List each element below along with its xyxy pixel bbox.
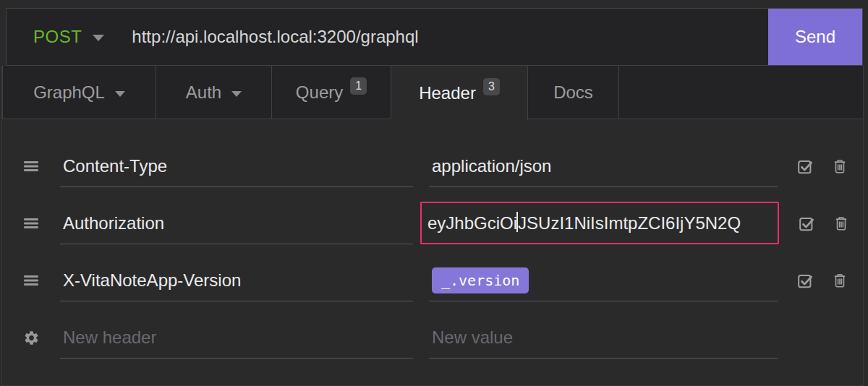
trash-icon[interactable] — [831, 260, 848, 301]
method-label: POST — [33, 27, 82, 47]
drag-handle-icon[interactable] — [22, 260, 40, 301]
tab-count-badge: 1 — [350, 77, 367, 95]
chevron-down-icon — [93, 35, 104, 41]
table-row: Content-Type application/json — [2, 130, 863, 187]
table-row: X-VitaNoteApp-Version _.version — [2, 244, 863, 301]
table-row: Authorization eyJhbGciOiJSUzI1NiIsImtpZC… — [2, 187, 863, 244]
template-variable-badge: _.version — [432, 267, 529, 293]
trash-icon[interactable] — [831, 145, 848, 187]
new-header-value-input[interactable]: New value — [429, 317, 778, 359]
value-text-before-caret: eyJhbGciOi — [427, 213, 517, 233]
header-rows: Content-Type application/json — [2, 119, 863, 359]
method-dropdown[interactable]: POST — [7, 27, 104, 47]
tab-label: Query — [296, 82, 343, 103]
tab-graphql[interactable]: GraphQL — [2, 66, 156, 119]
trash-icon[interactable] — [833, 202, 850, 244]
send-button[interactable]: Send — [768, 9, 862, 65]
tab-label: Auth — [186, 82, 221, 103]
chevron-down-icon — [115, 91, 125, 97]
tab-label: Header — [419, 83, 476, 103]
new-header-key-input[interactable]: New header — [60, 317, 413, 359]
tab-header[interactable]: Header 3 — [391, 66, 528, 120]
tab-query[interactable]: Query 1 — [272, 66, 391, 119]
enable-checkbox[interactable] — [796, 260, 814, 301]
new-header-row: New header New value — [2, 301, 863, 359]
enable-checkbox[interactable] — [796, 145, 814, 187]
gear-icon[interactable] — [22, 317, 40, 359]
tab-count-badge: 3 — [483, 78, 500, 95]
url-input[interactable]: http://api.localhost.local:3200/graphql — [132, 27, 768, 47]
request-bar: POST http://api.localhost.local:3200/gra… — [6, 8, 863, 66]
header-key-input[interactable]: Authorization — [60, 202, 413, 244]
enable-checkbox[interactable] — [798, 202, 815, 244]
value-text-after-caret: JSUzI1NiIsImtpZCI6IjY5N2Q — [518, 213, 741, 233]
header-key-input[interactable]: Content-Type — [60, 145, 413, 187]
drag-handle-icon[interactable] — [22, 145, 40, 187]
tab-docs[interactable]: Docs — [528, 66, 619, 119]
header-value-input[interactable]: application/json — [429, 145, 778, 187]
header-value-input[interactable]: eyJhbGciOiJSUzI1NiIsImtpZCI6IjY5N2Q — [420, 202, 779, 244]
tab-bar: GraphQL Auth Query 1 Header 3 Docs — [2, 66, 863, 119]
header-key-input[interactable]: X-VitaNoteApp-Version — [60, 260, 413, 301]
request-panel: GraphQL Auth Query 1 Header 3 Docs — [1, 66, 864, 386]
chevron-down-icon — [231, 91, 242, 97]
tab-auth[interactable]: Auth — [156, 66, 272, 119]
tab-label: GraphQL — [33, 82, 105, 103]
tab-label: Docs — [553, 82, 593, 103]
header-value-input[interactable]: _.version — [429, 260, 778, 301]
drag-handle-icon[interactable] — [22, 202, 40, 244]
